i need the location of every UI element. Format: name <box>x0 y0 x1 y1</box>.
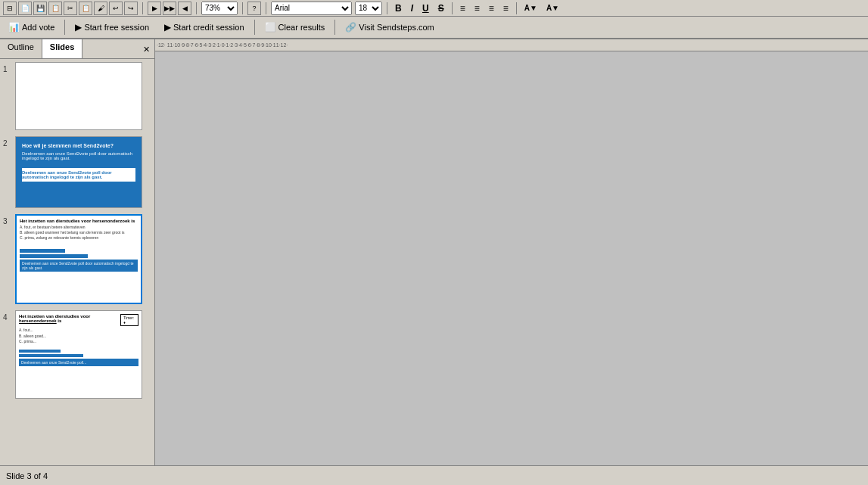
tb-icon-1[interactable]: ⊟ <box>3 2 17 15</box>
slide-thumb-1[interactable] <box>15 62 142 130</box>
fontsize-select[interactable]: 18 12 24 <box>355 2 382 15</box>
tb-icon-10[interactable]: ▶ <box>148 2 161 15</box>
slide-thumb-2[interactable]: Hoe wil je stemmen met Send2vote? Deelne… <box>15 136 142 208</box>
tb2-sep3 <box>334 20 335 35</box>
tb-icon-5[interactable]: ✂ <box>64 2 77 15</box>
tab-outline[interactable]: Outline <box>0 39 42 58</box>
font-select[interactable]: Arial Times New Roman <box>271 2 352 15</box>
bold-button[interactable]: B <box>392 2 405 15</box>
align-left-button[interactable]: ≡ <box>457 2 468 15</box>
horizontal-ruler: ·12· 11·10·9·8·7·6·5·4·3·2·1·0·1·2·3·4·5… <box>155 39 868 51</box>
italic-button[interactable]: I <box>408 2 416 15</box>
tb-icon-8[interactable]: ↩ <box>109 2 123 15</box>
sep1 <box>142 2 143 14</box>
tb-icon-7[interactable]: 🖌 <box>94 2 107 15</box>
tb-icon-9[interactable]: ↪ <box>124 2 138 15</box>
start-free-icon: ▶ <box>75 22 82 33</box>
slide-item-3[interactable]: 3 Het inzetten van dierstudies voor hers… <box>3 214 151 304</box>
slide-number-4: 4 <box>3 313 12 322</box>
tb-icon-4[interactable]: 📋 <box>48 2 62 15</box>
tb-icon-11[interactable]: ▶▶ <box>163 2 176 15</box>
slide4-thumb-bars <box>19 345 138 357</box>
slide4-thumb-options: A. fout... B. alleen goed... C. prima... <box>19 328 138 345</box>
slide-number-3: 3 <box>3 217 12 225</box>
slide3-thumb-title: Het inzetten van dierstudies voor hersen… <box>20 219 138 223</box>
start-free-label: Start free session <box>84 23 149 32</box>
zoom-select[interactable]: 73% 50% 100% <box>201 2 238 15</box>
format-toolbar: ⊟ 📄 💾 📋 ✂ 📋 🖌 ↩ ↪ ▶ ▶▶ ◀ 73% 50% 100% ? … <box>0 0 868 17</box>
icon-group-2: ▶ ▶▶ ◀ <box>148 2 191 15</box>
highlight-button[interactable]: A▼ <box>543 2 562 15</box>
tb-icon-2[interactable]: 📄 <box>18 2 32 15</box>
sidebar: Outline Slides ✕ 1 2 Hoe wil je stemmen … <box>0 39 155 465</box>
start-credit-button[interactable]: ▶ Start credit session <box>159 18 250 36</box>
visit-button[interactable]: 🔗 Visit Sendsteps.com <box>340 18 439 36</box>
zoom-control[interactable]: 73% 50% 100% <box>201 2 238 15</box>
slide-thumb-4[interactable]: Het inzetten van dierstudies voor hersen… <box>15 310 142 399</box>
icon-group-1: ⊟ 📄 💾 📋 ✂ 📋 🖌 ↩ ↪ <box>3 2 138 15</box>
add-vote-icon: 📊 <box>8 22 20 33</box>
font-control[interactable]: Arial Times New Roman <box>271 2 352 15</box>
justify-button[interactable]: ≡ <box>500 2 512 15</box>
slide-thumb-3[interactable]: Het inzetten van dierstudies voor hersen… <box>15 214 142 304</box>
start-credit-icon: ▶ <box>164 22 171 33</box>
tb-icon-6[interactable]: 📋 <box>79 2 92 15</box>
align-center-button[interactable]: ≡ <box>471 2 483 15</box>
add-vote-label: Add vote <box>22 23 54 32</box>
slide3-thumb-bottom: Deelnemen aan onze Send2vote poll door a… <box>20 260 138 272</box>
add-vote-button[interactable]: 📊 Add vote <box>3 18 60 36</box>
tb2-sep1 <box>64 20 65 35</box>
slide-number-1: 1 <box>3 65 12 73</box>
visit-icon: 🔗 <box>345 22 356 33</box>
slide-item-2[interactable]: 2 Hoe wil je stemmen met Send2vote? Deel… <box>3 136 151 208</box>
slide3-thumb-options: A. fout, er bestaan betere alternatieven… <box>20 225 138 241</box>
fontsize-control[interactable]: 18 12 24 <box>355 2 382 15</box>
sep4 <box>266 2 266 14</box>
main-area: Outline Slides ✕ 1 2 Hoe wil je stemmen … <box>0 39 868 465</box>
slide4-thumb-title: Het inzetten van dierstudies voor hersen… <box>19 314 120 323</box>
slide-number-2: 2 <box>3 139 12 148</box>
slide2-bottom-text: Deelnemen aan onze Send2vote poll door a… <box>22 170 135 179</box>
content-with-ruler: ·12· 11·10·9·8·7·6·5·4·3·2·1·0·1·2·3·4·5… <box>155 39 868 465</box>
sep2 <box>196 2 197 14</box>
strikethrough-button[interactable]: S <box>435 2 447 15</box>
clear-results-button[interactable]: ⬜ Clear results <box>260 18 331 36</box>
underline-button[interactable]: U <box>419 2 432 15</box>
sidebar-tabs: Outline Slides ✕ <box>0 39 154 59</box>
sidebar-close-button[interactable]: ✕ <box>139 42 153 56</box>
slide4-thumb-bottom: Deelnemen aan onze Send2vote poll... <box>19 359 138 366</box>
align-right-button[interactable]: ≡ <box>486 2 497 15</box>
clear-icon: ⬜ <box>265 22 276 33</box>
slide-item-4[interactable]: 4 Het inzetten van dierstudies voor hers… <box>3 310 151 399</box>
tb2-sep2 <box>254 20 255 35</box>
sep6 <box>452 2 453 14</box>
visit-label: Visit Sendsteps.com <box>359 23 434 32</box>
font-color-button[interactable]: A▼ <box>521 2 540 15</box>
slide2-title: Hoe wil je stemmen met Send2vote? <box>19 140 138 150</box>
slide-item-1[interactable]: 1 <box>3 62 151 130</box>
tab-slides[interactable]: Slides <box>42 39 82 58</box>
sep5 <box>387 2 387 14</box>
tb-icon-12[interactable]: ◀ <box>178 2 191 15</box>
tb-icon-3[interactable]: 💾 <box>33 2 47 15</box>
slide2-sub: Deelnemen aan onze Send2vote poll door a… <box>19 150 138 162</box>
start-credit-label: Start credit session <box>173 23 244 32</box>
help-icon[interactable]: ? <box>247 2 261 15</box>
slide-info: Slide 3 of 4 <box>6 471 48 480</box>
clear-label: Clear results <box>278 23 325 32</box>
slides-panel[interactable]: 1 2 Hoe wil je stemmen met Send2vote? De… <box>0 59 154 465</box>
start-free-button[interactable]: ▶ Start free session <box>70 18 154 36</box>
sep7 <box>516 2 517 14</box>
sep3 <box>242 2 243 14</box>
app-toolbar: 📊 Add vote ▶ Start free session ▶ Start … <box>0 17 868 39</box>
slide3-thumb-bars <box>20 244 138 258</box>
statusbar: Slide 3 of 4 <box>0 465 868 485</box>
slide4-thumb-timer: Timer: ♦ <box>120 314 138 326</box>
